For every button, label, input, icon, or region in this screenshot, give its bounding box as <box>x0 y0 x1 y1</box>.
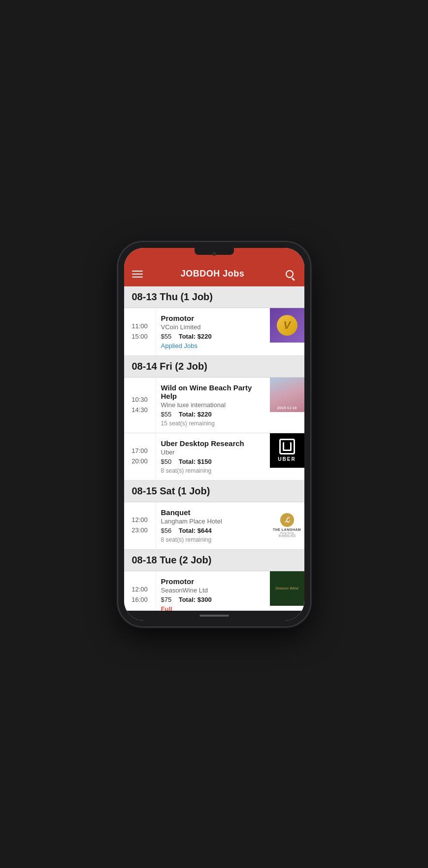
job-details-0818-1: Promotor SeasonWine Ltd $75 Total: $300 … <box>156 571 270 611</box>
applied-jobs-link-0813-1[interactable]: Applied Jobs <box>161 342 265 349</box>
job-company-0818-1: SeasonWine Ltd <box>161 587 265 594</box>
job-pay-0814-1: $55 Total: $220 <box>161 411 265 418</box>
phone-screen: JOBDOH Jobs 08-13 Thu (1 Job) 11:00 15:0… <box>124 248 304 621</box>
job-title-0813-1: Promotor <box>161 314 265 322</box>
job-time-end-0818-1: 16:00 <box>132 595 148 605</box>
langham-sub-text: Hong Kong香港朗廷酒店 <box>278 531 296 538</box>
company-logo-uber: UBER <box>270 433 304 468</box>
job-title-0814-2: Uber Desktop Research <box>161 439 265 448</box>
total-label-0818-1: Total: $300 <box>179 596 212 603</box>
total-label-0815-1: Total: $644 <box>179 527 212 534</box>
job-item-uber[interactable]: 17:00 20:00 Uber Desktop Research Uber $… <box>124 433 304 481</box>
date-section-label-0818: 08-18 Tue (2 Job) <box>132 555 296 566</box>
job-time-start-0814-1: 10:30 <box>132 395 148 405</box>
full-badge-0818-1: Full <box>161 605 265 611</box>
langham-name-text: THE LANGHAM <box>273 528 301 531</box>
job-time-end-0814-1: 14:30 <box>132 405 148 416</box>
langham-circle-icon: ℒ <box>280 513 294 527</box>
pay-amount-0815-1: $56 <box>161 527 172 534</box>
top-bar: JOBDOH Jobs <box>124 262 304 286</box>
seats-remaining-0814-1: 15 seat(s) remaining <box>161 420 265 427</box>
date-section-label-0815: 08-15 Sat (1 Job) <box>132 486 296 497</box>
seasonwine-brand-text: Season Wine <box>273 584 301 592</box>
pay-amount-0814-2: $50 <box>161 458 172 465</box>
job-details-0814-2: Uber Desktop Research Uber $50 Total: $1… <box>156 433 270 480</box>
total-label-0814-2: Total: $150 <box>179 458 212 465</box>
seats-remaining-0815-1: 8 seat(s) remaining <box>161 536 265 543</box>
job-time-0815-1: 12:00 23:00 <box>124 502 156 549</box>
job-pay-0813-1: $55 Total: $220 <box>161 333 265 340</box>
job-pay-0814-2: $50 Total: $150 <box>161 458 265 465</box>
job-item-wine-beach[interactable]: 10:30 14:30 Wild on Wine Beach Party Hel… <box>124 378 304 433</box>
job-title-0818-1: Promotor <box>161 577 265 586</box>
job-time-0813-1: 11:00 15:00 <box>124 308 156 355</box>
job-time-end-0814-2: 20:00 <box>132 456 148 467</box>
wine-logo-inner: 2015·11·18 <box>270 378 304 412</box>
company-logo-wine: 2015·11·18 <box>270 378 304 412</box>
app-title: JOBDOH Jobs <box>181 269 245 279</box>
uber-u-inner <box>283 442 292 451</box>
uber-u-icon <box>279 439 295 454</box>
job-details-0815-1: Banquet Langham Place Hotel $56 Total: $… <box>156 502 270 549</box>
job-details-0814-1: Wild on Wine Beach Party Help Wine luxe … <box>156 378 270 433</box>
job-item-promotor-vcoin[interactable]: 11:00 15:00 Promotor VCoin Limited $55 T… <box>124 308 304 356</box>
vcoin-coin-icon: V <box>277 315 297 336</box>
job-title-0814-1: Wild on Wine Beach Party Help <box>161 383 265 400</box>
job-time-end-0815-1: 23:00 <box>132 525 148 536</box>
search-icon <box>286 270 294 278</box>
phone-frame: JOBDOH Jobs 08-13 Thu (1 Job) 11:00 15:0… <box>118 242 310 626</box>
date-section-label-0813: 08-13 Thu (1 Job) <box>132 291 296 303</box>
pay-amount-0818-1: $75 <box>161 596 172 603</box>
company-logo-vcoin: V <box>270 308 304 343</box>
date-section-header-0818: 08-18 Tue (2 Job) <box>124 550 304 571</box>
seats-remaining-0814-2: 8 seat(s) remaining <box>161 467 265 474</box>
job-time-start-0814-2: 17:00 <box>132 446 148 456</box>
job-time-end: 15:00 <box>132 332 148 342</box>
job-list-scroll-area[interactable]: 08-13 Thu (1 Job) 11:00 15:00 Promotor V… <box>124 286 304 611</box>
status-bar <box>124 248 304 262</box>
company-logo-langham: ℒ THE LANGHAM Hong Kong香港朗廷酒店 <box>270 502 304 549</box>
home-bar <box>199 615 229 617</box>
uber-brand-text: UBER <box>278 456 296 462</box>
total-label-0813-1: Total: $220 <box>179 333 212 340</box>
job-pay-0815-1: $56 Total: $644 <box>161 527 265 534</box>
company-logo-seasonwine: Season Wine <box>270 571 304 606</box>
job-item-promotor-seasonwine[interactable]: 12:00 16:00 Promotor SeasonWine Ltd $75 … <box>124 571 304 611</box>
job-details-0813-1: Promotor VCoin Limited $55 Total: $220 A… <box>156 308 270 355</box>
hamburger-menu-icon[interactable] <box>132 271 143 278</box>
job-time-0814-1: 10:30 14:30 <box>124 378 156 433</box>
job-time-0814-2: 17:00 20:00 <box>124 433 156 480</box>
camera-notch <box>195 248 234 255</box>
date-section-label-0814: 08-14 Fri (2 Job) <box>132 361 296 372</box>
date-section-header-0815: 08-15 Sat (1 Job) <box>124 481 304 502</box>
job-company-0815-1: Langham Place Hotel <box>161 518 265 525</box>
job-time-start-0818-1: 12:00 <box>132 585 148 595</box>
job-pay-0818-1: $75 Total: $300 <box>161 596 265 603</box>
job-item-banquet[interactable]: 12:00 23:00 Banquet Langham Place Hotel … <box>124 502 304 550</box>
date-section-header-0814: 08-14 Fri (2 Job) <box>124 356 304 378</box>
date-section-header-0813: 08-13 Thu (1 Job) <box>124 286 304 308</box>
job-time-start: 11:00 <box>132 321 148 332</box>
total-label-0814-1: Total: $220 <box>179 411 212 418</box>
pay-amount-0813-1: $55 <box>161 333 172 340</box>
job-company-0813-1: VCoin Limited <box>161 323 265 331</box>
job-title-0815-1: Banquet <box>161 508 265 517</box>
camera-dot <box>212 252 216 256</box>
job-time-0818-1: 12:00 16:00 <box>124 571 156 611</box>
home-indicator <box>124 611 304 621</box>
pay-amount-0814-1: $55 <box>161 411 172 418</box>
job-company-0814-1: Wine luxe international <box>161 401 265 409</box>
job-time-start-0815-1: 12:00 <box>132 515 148 525</box>
search-button[interactable] <box>283 267 296 281</box>
job-company-0814-2: Uber <box>161 449 265 456</box>
